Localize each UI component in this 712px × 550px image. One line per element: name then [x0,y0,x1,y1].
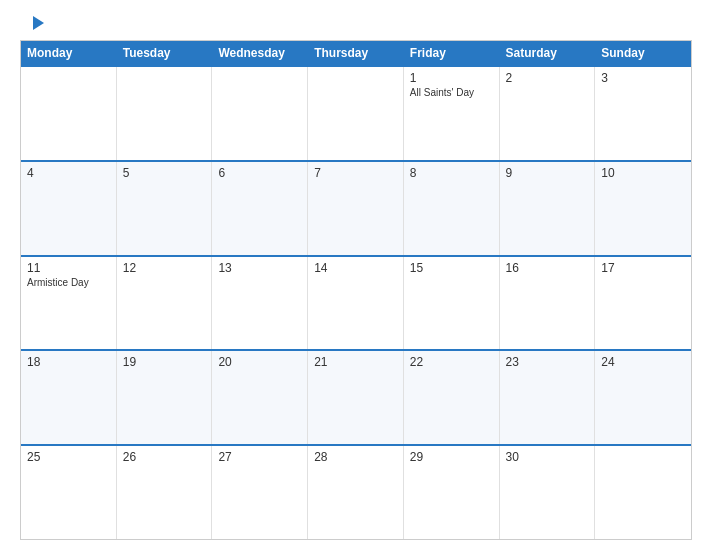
calendar-cell: 2 [500,67,596,160]
calendar-page: MondayTuesdayWednesdayThursdayFridaySatu… [0,0,712,550]
calendar-body: 1All Saints' Day234567891011Armistice Da… [21,65,691,539]
cell-number: 1 [410,71,493,85]
cell-number: 3 [601,71,685,85]
cell-number: 18 [27,355,110,369]
logo [20,16,44,30]
cell-number: 30 [506,450,589,464]
cell-number: 22 [410,355,493,369]
calendar-header: MondayTuesdayWednesdayThursdayFridaySatu… [21,41,691,65]
calendar-cell [308,67,404,160]
cell-number: 25 [27,450,110,464]
day-name-thursday: Thursday [308,41,404,65]
cell-number: 12 [123,261,206,275]
cell-number: 13 [218,261,301,275]
calendar-cell: 17 [595,257,691,350]
calendar-cell: 26 [117,446,213,539]
calendar-cell: 10 [595,162,691,255]
calendar-cell: 20 [212,351,308,444]
header [20,16,692,30]
cell-number: 8 [410,166,493,180]
cell-number: 27 [218,450,301,464]
day-name-wednesday: Wednesday [212,41,308,65]
cell-number: 11 [27,261,110,275]
calendar-cell: 27 [212,446,308,539]
cell-number: 21 [314,355,397,369]
cell-number: 5 [123,166,206,180]
cell-event: All Saints' Day [410,87,493,98]
cell-number: 29 [410,450,493,464]
cell-number: 16 [506,261,589,275]
calendar-cell [595,446,691,539]
day-name-sunday: Sunday [595,41,691,65]
logo-flag-icon [22,16,44,30]
calendar-cell [21,67,117,160]
week-row-4: 18192021222324 [21,349,691,444]
calendar-cell: 13 [212,257,308,350]
cell-number: 24 [601,355,685,369]
cell-number: 15 [410,261,493,275]
calendar-cell: 29 [404,446,500,539]
calendar-cell: 3 [595,67,691,160]
cell-number: 17 [601,261,685,275]
cell-number: 7 [314,166,397,180]
calendar-cell: 15 [404,257,500,350]
day-name-saturday: Saturday [500,41,596,65]
cell-number: 2 [506,71,589,85]
cell-event: Armistice Day [27,277,110,288]
calendar-cell: 9 [500,162,596,255]
calendar-cell: 1All Saints' Day [404,67,500,160]
calendar-cell: 28 [308,446,404,539]
calendar-cell: 12 [117,257,213,350]
cell-number: 10 [601,166,685,180]
calendar-cell [212,67,308,160]
calendar-cell [117,67,213,160]
cell-number: 23 [506,355,589,369]
calendar-cell: 30 [500,446,596,539]
cell-number: 9 [506,166,589,180]
cell-number: 26 [123,450,206,464]
calendar-cell: 14 [308,257,404,350]
calendar-cell: 8 [404,162,500,255]
svg-marker-0 [33,16,44,30]
cell-number: 20 [218,355,301,369]
calendar-cell: 7 [308,162,404,255]
cell-number: 14 [314,261,397,275]
calendar-cell: 16 [500,257,596,350]
day-name-friday: Friday [404,41,500,65]
week-row-1: 1All Saints' Day23 [21,65,691,160]
calendar-cell: 25 [21,446,117,539]
calendar: MondayTuesdayWednesdayThursdayFridaySatu… [20,40,692,540]
calendar-cell: 4 [21,162,117,255]
calendar-cell: 11Armistice Day [21,257,117,350]
calendar-cell: 18 [21,351,117,444]
week-row-3: 11Armistice Day121314151617 [21,255,691,350]
cell-number: 28 [314,450,397,464]
calendar-cell: 22 [404,351,500,444]
calendar-cell: 6 [212,162,308,255]
calendar-cell: 21 [308,351,404,444]
calendar-cell: 24 [595,351,691,444]
day-name-monday: Monday [21,41,117,65]
calendar-cell: 5 [117,162,213,255]
cell-number: 6 [218,166,301,180]
day-name-tuesday: Tuesday [117,41,213,65]
week-row-2: 45678910 [21,160,691,255]
calendar-cell: 19 [117,351,213,444]
cell-number: 19 [123,355,206,369]
cell-number: 4 [27,166,110,180]
calendar-cell: 23 [500,351,596,444]
week-row-5: 252627282930 [21,444,691,539]
